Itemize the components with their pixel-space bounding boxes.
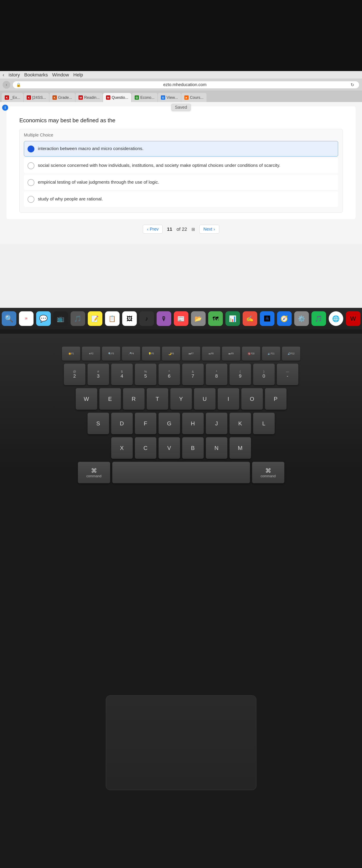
key-5[interactable]: % 5 xyxy=(135,364,156,385)
key-t[interactable]: T xyxy=(147,388,168,410)
key-space[interactable] xyxy=(112,462,250,483)
nav-back-btn[interactable]: ‹ xyxy=(3,72,4,78)
answer-option-d[interactable]: study of why people are rational. xyxy=(24,191,338,207)
menu-item-help[interactable]: Help xyxy=(73,72,83,78)
dock-icon-messages[interactable]: 💬 xyxy=(36,311,51,326)
tab-label-5: Econo... xyxy=(140,95,155,100)
key-f1[interactable]: ☀️F1 xyxy=(62,347,80,361)
key-p[interactable]: P xyxy=(265,388,287,410)
key-minus[interactable]: — - xyxy=(277,364,298,385)
answer-option-a[interactable]: interaction between macro and micro cons… xyxy=(24,141,338,156)
next-button[interactable]: Next › xyxy=(199,225,219,234)
dock-icon-office[interactable]: W xyxy=(346,311,361,326)
dock-icon-podcasts[interactable]: 🎙 xyxy=(157,311,171,326)
tab-0[interactable]: K _Ex... xyxy=(2,93,23,102)
dock-icon-music[interactable]: 🎵 xyxy=(71,311,85,326)
key-f12[interactable]: 🔊F12 xyxy=(282,347,300,361)
key-f11[interactable]: 🔉F11 xyxy=(262,347,280,361)
url-bar[interactable]: 🔒 ezto.mheducation.com ↻ xyxy=(12,81,359,89)
key-l[interactable]: L xyxy=(253,413,275,434)
tab-4[interactable]: M Questio... xyxy=(103,93,131,102)
tab-7[interactable]: ► Cours... xyxy=(181,93,206,102)
saved-badge: Saved xyxy=(171,104,191,111)
key-f6[interactable]: 🌙F6 xyxy=(162,347,180,361)
key-f4[interactable]: 🎤F4 xyxy=(122,347,140,361)
key-2[interactable]: @ 2 xyxy=(64,364,86,385)
key-9[interactable]: ( 9 xyxy=(230,364,251,385)
key-f10[interactable]: 🔇F10 xyxy=(242,347,260,361)
menu-item-history[interactable]: istory xyxy=(9,72,20,78)
trackpad[interactable] xyxy=(106,695,256,790)
key-f3[interactable]: 🔍F3 xyxy=(102,347,120,361)
key-0[interactable]: ) 0 xyxy=(253,364,275,385)
key-k[interactable]: K xyxy=(230,413,251,434)
key-e[interactable]: E xyxy=(99,388,121,410)
dock-icon-appletv[interactable]: 📺 xyxy=(53,311,68,326)
grid-icon[interactable]: ⊞ xyxy=(191,227,195,232)
key-f7[interactable]: ⏮F7 xyxy=(182,347,200,361)
key-n[interactable]: N xyxy=(206,437,227,459)
key-s[interactable]: S xyxy=(88,413,109,434)
tab-2[interactable]: K Grade... xyxy=(50,93,75,102)
dock-icon-chrome[interactable]: 🌐 xyxy=(329,311,343,326)
dock-icon-maps[interactable]: 🗺 xyxy=(208,311,223,326)
prev-button[interactable]: ‹ Prev xyxy=(143,225,163,234)
dock-icon-finder[interactable]: 🔍 xyxy=(2,311,17,326)
dock-icon-calendar[interactable]: 16 xyxy=(19,311,34,326)
key-command-right[interactable]: ⌘ command xyxy=(252,462,284,483)
key-d[interactable]: D xyxy=(111,413,133,434)
key-b[interactable]: B xyxy=(182,437,204,459)
key-x[interactable]: X xyxy=(111,437,133,459)
key-f5[interactable]: 💡F5 xyxy=(142,347,160,361)
reload-button[interactable]: ↻ xyxy=(349,81,356,88)
key-u[interactable]: U xyxy=(194,388,216,410)
dock-icon-appstore[interactable]: 🅰 xyxy=(260,311,274,326)
dock-icon-safari[interactable]: 🧭 xyxy=(277,311,292,326)
tab-label-1: [24SS... xyxy=(32,95,46,100)
tab-1[interactable]: K [24SS... xyxy=(24,93,49,102)
key-command-left[interactable]: ⌘ command xyxy=(78,462,110,483)
dock-icon-notes[interactable]: 📝 xyxy=(88,311,102,326)
key-8[interactable]: * 8 xyxy=(206,364,227,385)
key-y[interactable]: Y xyxy=(170,388,192,410)
dock-icon-news[interactable]: 📰 xyxy=(174,311,189,326)
key-r[interactable]: R xyxy=(123,388,144,410)
keyboard-area: ☀️F1 ☀F2 🔍F3 🎤F4 💡F5 🌙F6 ⏮F7 ⏯F8 ⏭F9 🔇F1… xyxy=(0,334,362,786)
key-f2[interactable]: ☀F2 xyxy=(82,347,100,361)
dock-icon-reminders[interactable]: 📋 xyxy=(105,311,120,326)
key-h[interactable]: H xyxy=(182,413,204,434)
question-type-label: Multiple Choice xyxy=(24,133,338,137)
key-g[interactable]: G xyxy=(159,413,180,434)
key-i[interactable]: I xyxy=(218,388,239,410)
key-m[interactable]: M xyxy=(230,437,251,459)
key-6[interactable]: ^ 6 xyxy=(159,364,180,385)
key-v[interactable]: V xyxy=(159,437,180,459)
tab-3[interactable]: M Readin... xyxy=(75,93,103,102)
key-7[interactable]: & 7 xyxy=(182,364,204,385)
key-f8[interactable]: ⏯F8 xyxy=(202,347,220,361)
answer-text-b: social science concerned with how indivi… xyxy=(38,162,280,169)
dock-icon-itunes[interactable]: ♪ xyxy=(139,311,154,326)
key-w[interactable]: W xyxy=(76,388,97,410)
dock-icon-freeform[interactable]: 🖼 xyxy=(122,311,137,326)
answer-option-c[interactable]: empirical testing of value judgments thr… xyxy=(24,175,338,190)
tab-6[interactable]: U View... xyxy=(158,93,181,102)
dock-icon-finder2[interactable]: 📂 xyxy=(191,311,206,326)
key-f[interactable]: F xyxy=(135,413,156,434)
menu-item-window[interactable]: Window xyxy=(52,72,69,78)
key-3[interactable]: # 3 xyxy=(88,364,109,385)
browser-back-button[interactable]: ‹ xyxy=(3,81,10,89)
tab-5[interactable]: G Econo... xyxy=(132,93,158,102)
row-zxcv: X C V B N M xyxy=(11,437,351,459)
key-j[interactable]: J xyxy=(206,413,227,434)
dock-icon-numbers[interactable]: 📊 xyxy=(225,311,240,326)
dock-icon-settings[interactable]: ⚙️ xyxy=(294,311,309,326)
dock-icon-pages[interactable]: ✍️ xyxy=(242,311,257,326)
key-4[interactable]: $ 4 xyxy=(111,364,133,385)
key-c[interactable]: C xyxy=(135,437,156,459)
key-o[interactable]: O xyxy=(241,388,263,410)
menu-item-bookmarks[interactable]: Bookmarks xyxy=(24,72,48,78)
answer-option-b[interactable]: social science concerned with how indivi… xyxy=(24,158,338,173)
dock-icon-spotify[interactable]: 🎵 xyxy=(311,311,326,326)
key-f9[interactable]: ⏭F9 xyxy=(222,347,240,361)
